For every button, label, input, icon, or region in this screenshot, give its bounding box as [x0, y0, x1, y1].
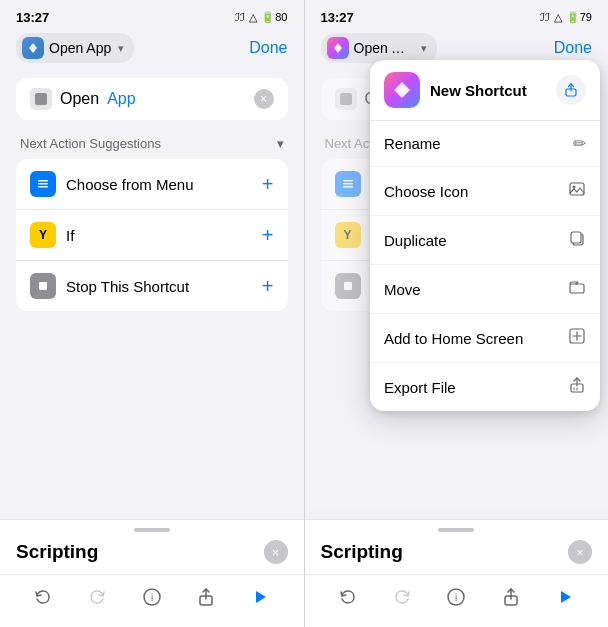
- svg-rect-4: [39, 282, 47, 290]
- open-app-button-right[interactable]: Open App ▾: [321, 33, 437, 63]
- svg-text:i: i: [151, 592, 153, 603]
- suggestion-text-1-left: Choose from Menu: [66, 176, 194, 193]
- suggestion-left-3: Stop This Shortcut: [30, 273, 189, 299]
- handle-bar-right: [438, 528, 474, 532]
- sheet-handle-left: [0, 520, 304, 536]
- dropdown-item-home-screen[interactable]: Add to Home Screen: [370, 314, 600, 363]
- suggestion-icon-2-left: Y: [30, 222, 56, 248]
- left-panel: 13:27 ℐℐ △ 🔋80 Open App ▾ Done Open App: [0, 0, 304, 627]
- open-app-button-left[interactable]: Open App ▾: [16, 33, 134, 63]
- status-bar-left: 13:27 ℐℐ △ 🔋80: [0, 0, 304, 30]
- shortcut-icon: [384, 72, 420, 108]
- dropdown-item-export[interactable]: Export File: [370, 363, 600, 411]
- duplicate-icon: [568, 229, 586, 251]
- suggestion-text-2-left: If: [66, 227, 74, 244]
- dropdown-title: New Shortcut: [430, 82, 527, 99]
- signal-icon-right: ℐℐ: [540, 11, 550, 24]
- app-placeholder-left[interactable]: App: [107, 90, 135, 108]
- right-panel: 13:27 ℐℐ △ 🔋79 Open App ▾ Done Open ▾: [305, 0, 609, 627]
- status-icons-right: ℐℐ △ 🔋79: [540, 11, 592, 24]
- open-icon-left: [30, 88, 52, 110]
- svg-marker-8: [256, 591, 266, 603]
- signal-icon-left: ℐℐ: [235, 11, 245, 24]
- dropdown-item-rename[interactable]: Rename ✏: [370, 121, 600, 167]
- add-btn-1-left[interactable]: +: [262, 173, 274, 196]
- rename-label: Rename: [384, 135, 441, 152]
- suggestion-icon-2-right: Y: [335, 222, 361, 248]
- svg-rect-19: [571, 232, 581, 243]
- suggestion-item-3-left[interactable]: Stop This Shortcut +: [16, 261, 288, 311]
- sheet-title-right: Scripting: [321, 541, 403, 563]
- move-label: Move: [384, 281, 421, 298]
- nav-chevron-left: ▾: [118, 42, 124, 55]
- clear-button-left[interactable]: ×: [254, 89, 274, 109]
- dropdown-header: New Shortcut: [370, 60, 600, 121]
- nav-done-left[interactable]: Done: [249, 39, 287, 57]
- wifi-icon-left: △: [249, 11, 257, 24]
- suggestion-left-2: Y If: [30, 222, 74, 248]
- toolbar-share-right[interactable]: [497, 583, 525, 611]
- toolbar-share-left[interactable]: [192, 583, 220, 611]
- sheet-handle-right: [305, 520, 609, 536]
- choose-icon-icon: [568, 180, 586, 202]
- dropdown-menu: New Shortcut Rename ✏ Choose Icon Duplic…: [370, 60, 600, 411]
- dropdown-item-choose-icon[interactable]: Choose Icon: [370, 167, 600, 216]
- svg-marker-31: [561, 591, 571, 603]
- section-chevron-left[interactable]: ▾: [277, 136, 284, 151]
- rename-icon: ✏: [573, 134, 586, 153]
- svg-rect-0: [35, 93, 47, 105]
- dropdown-item-duplicate[interactable]: Duplicate: [370, 216, 600, 265]
- handle-bar-left: [134, 528, 170, 532]
- wifi-icon-right: △: [554, 11, 562, 24]
- open-label-left: Open: [60, 90, 99, 108]
- svg-rect-2: [38, 183, 48, 185]
- toolbar-play-right[interactable]: [551, 583, 579, 611]
- suggestion-item-2-left[interactable]: Y If +: [16, 210, 288, 261]
- export-icon: [568, 376, 586, 398]
- add-btn-2-left[interactable]: +: [262, 224, 274, 247]
- toolbar-undo-left[interactable]: [29, 583, 57, 611]
- export-label: Export File: [384, 379, 456, 396]
- toolbar-redo-right[interactable]: [388, 583, 416, 611]
- home-screen-label: Add to Home Screen: [384, 330, 523, 347]
- move-icon: [568, 278, 586, 300]
- status-bar-right: 13:27 ℐℐ △ 🔋79: [305, 0, 609, 30]
- dropdown-item-move[interactable]: Move: [370, 265, 600, 314]
- suggestion-icon-1-left: [30, 171, 56, 197]
- bottom-sheet-right: Scripting × i: [305, 519, 609, 627]
- toolbar-play-left[interactable]: [246, 583, 274, 611]
- section-header-left: Next Action Suggestions ▾: [16, 136, 288, 151]
- action-bar-inner-left: Open App: [30, 88, 136, 110]
- svg-rect-20: [570, 284, 584, 293]
- sheet-close-left[interactable]: ×: [264, 540, 288, 564]
- toolbar-info-right[interactable]: i: [442, 583, 470, 611]
- toolbar-redo-left[interactable]: [83, 583, 111, 611]
- choose-icon-label: Choose Icon: [384, 183, 468, 200]
- suggestion-icon-3-right: [335, 273, 361, 299]
- svg-point-17: [573, 186, 576, 189]
- add-btn-3-left[interactable]: +: [262, 275, 274, 298]
- toolbar-undo-right[interactable]: [334, 583, 362, 611]
- nav-app-label-right: Open App: [354, 40, 414, 56]
- svg-rect-9: [340, 93, 352, 105]
- sheet-title-left: Scripting: [16, 541, 98, 563]
- if-icon-text: Y: [39, 228, 47, 242]
- suggestion-text-3-left: Stop This Shortcut: [66, 278, 189, 295]
- svg-rect-12: [343, 186, 353, 188]
- suggestion-icon-3-left: [30, 273, 56, 299]
- bottom-sheet-left: Scripting × i: [0, 519, 304, 627]
- time-right: 13:27: [321, 10, 354, 25]
- sheet-close-right[interactable]: ×: [568, 540, 592, 564]
- share-button-dropdown[interactable]: [556, 75, 586, 105]
- nav-done-right[interactable]: Done: [554, 39, 592, 57]
- svg-rect-3: [38, 186, 48, 188]
- section-title-left: Next Action Suggestions: [20, 136, 161, 151]
- suggestion-list-left: Choose from Menu + Y If + Stop: [16, 159, 288, 311]
- svg-text:i: i: [455, 592, 457, 603]
- suggestion-item-1-left[interactable]: Choose from Menu +: [16, 159, 288, 210]
- battery-icon-right: 🔋79: [566, 11, 592, 24]
- content-area-left: Open App × Next Action Suggestions ▾ Cho…: [0, 70, 304, 519]
- toolbar-info-left[interactable]: i: [138, 583, 166, 611]
- status-icons-left: ℐℐ △ 🔋80: [235, 11, 287, 24]
- battery-icon-left: 🔋80: [261, 11, 287, 24]
